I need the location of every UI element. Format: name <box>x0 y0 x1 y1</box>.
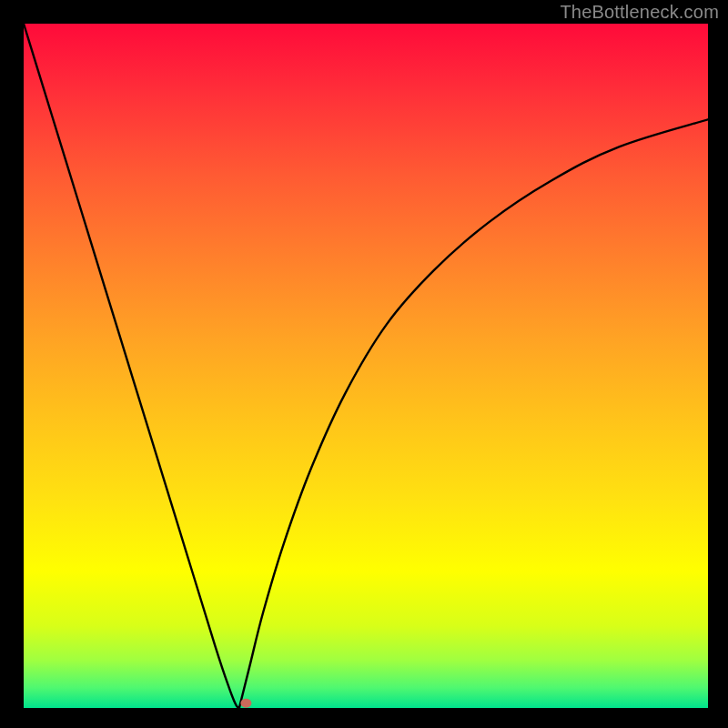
curve-svg <box>24 24 708 708</box>
curve-right-branch <box>239 119 708 708</box>
curve-minimum-marker <box>240 699 251 708</box>
chart-plot-area <box>24 24 708 708</box>
curve-left-branch <box>24 24 239 708</box>
watermark-text: TheBottleneck.com <box>560 2 719 23</box>
